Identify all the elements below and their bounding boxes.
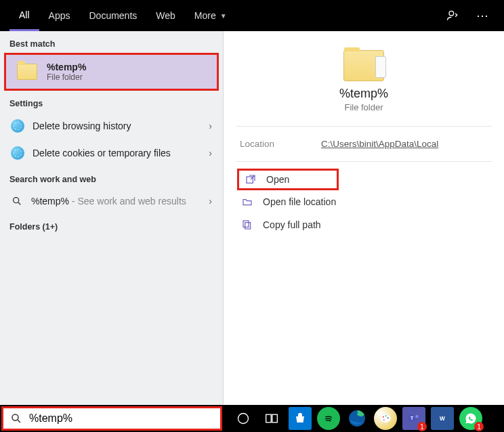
tab-apps-label: Apps (49, 10, 70, 21)
svg-point-13 (385, 415, 387, 416)
tab-more-label: More (194, 10, 216, 21)
best-match-subtitle: File folder (47, 72, 86, 82)
action-open[interactable]: Open (237, 169, 339, 190)
search-input[interactable] (29, 412, 213, 425)
action-copy-full-path[interactable]: Copy full path (226, 213, 501, 236)
svg-rect-3 (245, 223, 251, 229)
section-folders: Folders (1+) (0, 214, 223, 236)
folder-open-icon (241, 196, 253, 208)
copy-icon (241, 219, 253, 231)
action-open-location-label: Open file location (263, 196, 336, 207)
svg-text:W: W (440, 416, 445, 422)
taskbar-app-store[interactable] (289, 407, 312, 430)
notification-badge: 1 (417, 422, 427, 431)
svg-point-6 (238, 414, 249, 424)
taskbar-app-paint[interactable] (374, 407, 397, 430)
tab-web-label: Web (156, 10, 175, 21)
more-options-icon[interactable]: ⋯ (470, 8, 495, 23)
chevron-right-icon: › (209, 121, 212, 131)
setting-delete-browsing-history[interactable]: Delete browsing history › (0, 112, 223, 139)
section-search-web: Search work and web (0, 167, 223, 188)
search-icon (10, 412, 22, 425)
action-open-file-location[interactable]: Open file location (226, 190, 501, 213)
notification-badge: 1 (474, 422, 484, 431)
feedback-icon[interactable] (446, 9, 470, 22)
setting-label: Delete cookies or temporary files (33, 148, 171, 158)
svg-point-18 (415, 415, 419, 418)
preview-subtitle: File folder (224, 102, 504, 112)
taskbar-app-edge[interactable] (345, 407, 369, 430)
svg-point-15 (383, 419, 385, 420)
taskbar-searchbox[interactable] (1, 406, 222, 431)
location-link[interactable]: C:\Users\binit\AppData\Local (321, 139, 438, 149)
tab-documents[interactable]: Documents (79, 0, 146, 31)
svg-point-14 (387, 417, 389, 418)
taskbar-app-word[interactable]: W (431, 407, 454, 430)
svg-point-5 (12, 414, 18, 420)
globe-icon (11, 146, 24, 160)
search-tabs: All Apps Documents Web More▼ ⋯ (0, 0, 504, 31)
action-list: Open Open file location Copy full path (224, 162, 504, 243)
tab-web[interactable]: Web (146, 0, 185, 31)
setting-label: Delete browsing history (33, 121, 131, 131)
svg-rect-7 (266, 414, 272, 423)
action-open-label: Open (266, 174, 289, 185)
tab-documents-label: Documents (89, 10, 137, 21)
tab-more[interactable]: More▼ (185, 0, 236, 31)
task-view-icon[interactable] (259, 405, 285, 432)
tab-all-label: All (19, 9, 30, 20)
section-best-match: Best match (0, 31, 223, 53)
svg-rect-8 (272, 414, 278, 423)
action-copy-path-label: Copy full path (263, 219, 321, 230)
preview-title: %temp% (224, 87, 504, 101)
search-results-main: Best match %temp% File folder Settings D… (0, 31, 504, 405)
setting-delete-cookies[interactable]: Delete cookies or temporary files › (0, 139, 223, 167)
folder-icon (343, 50, 384, 81)
svg-point-12 (383, 416, 384, 418)
svg-rect-4 (243, 221, 249, 227)
section-settings: Settings (0, 91, 223, 112)
folder-icon (17, 64, 37, 80)
chevron-right-icon: › (209, 148, 212, 158)
search-web-row[interactable]: %temp% - See work and web results › (0, 188, 223, 214)
taskbar: T 1 W 1 (0, 405, 504, 432)
best-match-result[interactable]: %temp% File folder (4, 53, 219, 91)
tab-all[interactable]: All (9, 0, 39, 31)
search-web-label: %temp% - See work and web results (31, 196, 186, 207)
preview-location-row: Location C:\Users\binit\AppData\Local (224, 127, 504, 161)
taskbar-app-teams[interactable]: T 1 (402, 407, 425, 430)
chevron-down-icon: ▼ (220, 12, 227, 20)
open-icon (245, 173, 257, 186)
preview-panel: %temp% File folder Location C:\Users\bin… (224, 31, 504, 405)
chevron-right-icon: › (209, 196, 212, 207)
location-label: Location (240, 139, 321, 149)
tab-apps[interactable]: Apps (39, 0, 80, 31)
svg-point-0 (449, 11, 454, 16)
taskbar-app-spotify[interactable] (317, 407, 340, 430)
svg-point-1 (14, 198, 19, 203)
taskbar-app-whatsapp[interactable]: 1 (459, 407, 482, 430)
best-match-title: %temp% (47, 62, 86, 72)
search-icon (11, 195, 23, 207)
results-left-panel: Best match %temp% File folder Settings D… (0, 31, 224, 405)
cortana-icon[interactable] (230, 405, 256, 432)
globe-icon (11, 119, 24, 133)
